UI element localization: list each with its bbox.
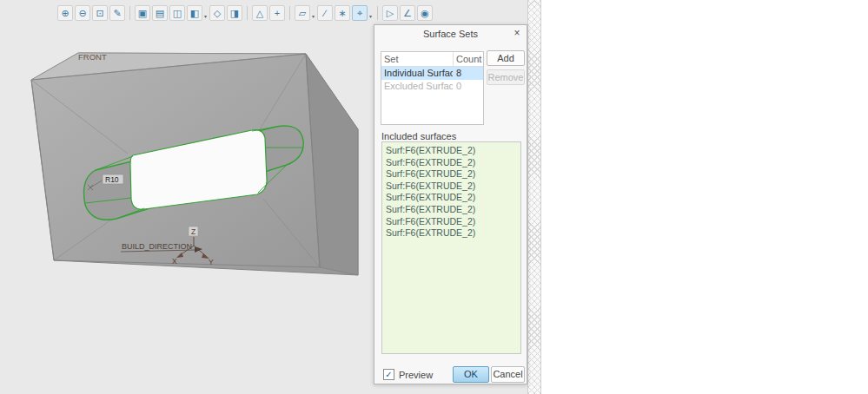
chevron-down-icon[interactable]: ▾ [312, 13, 315, 19]
refit-icon[interactable]: ⊡ [92, 5, 108, 21]
surface-set-table[interactable]: Set Count Individual Surfaces 8 Excluded… [381, 51, 484, 125]
preview-label: Preview [399, 370, 433, 380]
set-name-cell: Excluded Surfaces [381, 80, 454, 93]
axis-y-label: Y [209, 258, 214, 266]
set-count-cell: 8 [454, 67, 483, 80]
included-surfaces-list[interactable]: Surf:F6(EXTRUDE_2) Surf:F6(EXTRUDE_2) Su… [381, 141, 521, 354]
close-icon[interactable]: × [511, 28, 523, 40]
ok-button[interactable]: OK [453, 366, 489, 383]
list-item[interactable]: Surf:F6(EXTRUDE_2) [386, 204, 520, 216]
perspective-view-icon[interactable]: ◇ [209, 5, 225, 21]
list-item[interactable]: Surf:F6(EXTRUDE_2) [386, 168, 520, 181]
list-item[interactable]: Surf:F6(EXTRUDE_2) [386, 181, 520, 193]
list-item[interactable]: Surf:F6(EXTRUDE_2) [386, 157, 520, 169]
add-button[interactable]: Add [487, 50, 525, 66]
included-surfaces-label: Included surfaces [381, 131, 456, 141]
remove-button: Remove [487, 69, 525, 85]
table-row[interactable]: Individual Surfaces 8 [381, 67, 483, 80]
repaint-icon[interactable]: ✎ [109, 5, 125, 21]
spin-center-icon[interactable]: + [269, 5, 285, 21]
table-row[interactable]: Excluded Surfaces 0 [381, 80, 483, 93]
datum-point-display-icon[interactable]: ∗ [335, 5, 350, 21]
list-item[interactable]: Surf:F6(EXTRUDE_2) [386, 145, 520, 157]
section-view-icon[interactable]: ◫ [169, 5, 185, 21]
zoom-in-icon[interactable]: ⊕ [57, 5, 73, 21]
build-direction-label: BUILD_DIRECTION [122, 242, 192, 251]
radius-tag-text: R10 [105, 175, 119, 184]
axis-x-label: X [172, 257, 177, 266]
display-style-icon[interactable]: ◧ [187, 5, 202, 21]
annotation-display-icon[interactable]: △ [252, 5, 268, 21]
datum-plane-display-icon[interactable]: ▱ [295, 5, 310, 21]
table-header-row: Set Count [381, 52, 483, 67]
csys-display-icon[interactable]: ⌖ [352, 5, 368, 21]
column-header-set[interactable]: Set [381, 52, 454, 66]
chevron-down-icon[interactable]: ▾ [369, 13, 372, 19]
cancel-button[interactable]: Cancel [491, 366, 525, 383]
axis-z-label: Z [191, 227, 195, 236]
set-count-cell: 0 [454, 80, 483, 93]
list-item[interactable]: Surf:F6(EXTRUDE_2) [386, 227, 520, 240]
toolbar-separator [129, 6, 130, 20]
set-name-cell: Individual Surfaces [381, 67, 454, 80]
toolbar-separator [377, 6, 378, 20]
zoom-out-icon[interactable]: ⊖ [75, 5, 90, 21]
column-header-count[interactable]: Count [454, 52, 483, 66]
toolbar-separator [289, 6, 290, 20]
preview-checkbox[interactable]: ✓ [383, 369, 394, 380]
dialog-title: Surface Sets [374, 25, 527, 43]
selection-filter-icon[interactable]: ▷ [382, 5, 398, 21]
chevron-down-icon[interactable]: ▾ [204, 13, 207, 19]
view-toolbar: ⊕ ⊖ ⊡ ✎ ▣ ▤ ◫ ◧ ▾ ◇ ◨ △ + ▱ ▾ ∕ ∗ ⌖ ▾ ▷ … [57, 3, 433, 23]
toolbar-separator [247, 6, 248, 20]
list-item[interactable]: Surf:F6(EXTRUDE_2) [386, 216, 520, 228]
front-datum-label[interactable]: FRONT [78, 52, 107, 62]
copy-view-icon[interactable]: ▣ [135, 5, 150, 21]
analysis-icon[interactable]: ◉ [417, 5, 433, 21]
list-item[interactable]: Surf:F6(EXTRUDE_2) [386, 192, 520, 204]
saved-views-icon[interactable]: ▤ [152, 5, 168, 21]
measure-icon[interactable]: ∠ [400, 5, 415, 21]
appearance-icon[interactable]: ◨ [227, 5, 242, 21]
datum-axis-display-icon[interactable]: ∕ [317, 5, 333, 21]
surface-sets-dialog: Surface Sets × Set Count Individual Surf… [374, 24, 527, 384]
window-splitter-hatch[interactable] [527, 0, 541, 394]
